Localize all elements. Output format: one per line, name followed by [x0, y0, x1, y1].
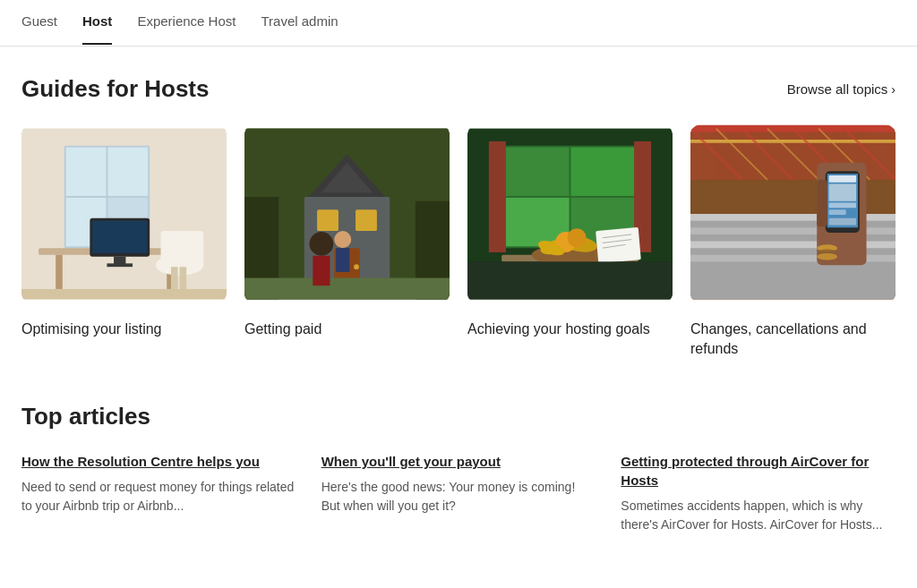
chevron-right-icon: › [891, 82, 896, 97]
nav-item-travel-admin[interactable]: Travel admin [261, 13, 338, 32]
svg-rect-40 [570, 148, 645, 196]
svg-point-35 [334, 231, 351, 248]
svg-rect-87 [817, 180, 827, 226]
articles-grid: How the Resolution Centre helps you Need… [21, 452, 896, 534]
topic-card-getting-paid[interactable]: Getting paid [244, 124, 450, 360]
topics-grid: Optimising your listing [21, 124, 896, 360]
svg-rect-82 [829, 209, 846, 215]
svg-rect-29 [356, 209, 377, 231]
svg-rect-28 [317, 209, 339, 231]
topic-image-listing [21, 124, 227, 303]
topic-label-paid: Getting paid [244, 321, 321, 337]
article-card-resolution-centre[interactable]: How the Resolution Centre helps you Need… [21, 452, 296, 534]
browse-all-topics-link[interactable]: Browse all topics › [787, 81, 896, 97]
topic-card-optimising-listing[interactable]: Optimising your listing [21, 124, 227, 360]
topic-image-hosting [467, 124, 673, 303]
svg-rect-80 [829, 184, 857, 201]
topic-card-hosting-goals[interactable]: Achieving your hosting goals [467, 124, 673, 360]
nav-item-guest[interactable]: Guest [21, 13, 57, 32]
svg-rect-4 [107, 148, 148, 196]
article-desc-resolution: Need to send or request money for things… [21, 478, 296, 516]
nav-bar: GuestHostExperience HostTravel admin [0, 0, 917, 47]
svg-rect-43 [489, 141, 506, 252]
svg-rect-79 [829, 175, 857, 183]
article-desc-payout: Here's the good news: Your money is comi… [321, 478, 596, 516]
svg-point-33 [310, 232, 334, 256]
guides-section-title: Guides for Hosts [21, 75, 209, 103]
svg-rect-17 [161, 231, 204, 267]
svg-rect-15 [171, 265, 178, 291]
article-title-aircover: Getting protected through AirCover for H… [621, 452, 896, 490]
svg-point-86 [817, 253, 837, 260]
topic-label-listing: Optimising your listing [21, 321, 162, 337]
svg-rect-3 [66, 148, 107, 196]
article-title-resolution: How the Resolution Centre helps you [21, 452, 296, 471]
topic-label-cancellations: Changes, cancellations and refunds [690, 321, 867, 356]
svg-rect-57 [467, 261, 673, 299]
svg-rect-16 [180, 265, 187, 291]
topic-image-paid [244, 124, 450, 303]
svg-rect-11 [92, 221, 147, 253]
article-title-payout: When you'll get your payout [321, 452, 596, 471]
svg-point-50 [568, 228, 587, 247]
topic-card-cancellations[interactable]: Changes, cancellations and refunds [690, 124, 896, 360]
article-card-payout[interactable]: When you'll get your payout Here's the g… [321, 452, 596, 534]
topic-image-cancellations [690, 124, 896, 303]
svg-rect-32 [244, 278, 450, 300]
svg-rect-34 [313, 256, 330, 285]
svg-rect-83 [829, 218, 857, 226]
svg-rect-81 [829, 203, 857, 209]
topic-label-hosting: Achieving your hosting goals [467, 321, 650, 337]
nav-item-host[interactable]: Host [82, 13, 112, 32]
nav-item-experience-host[interactable]: Experience Host [137, 13, 236, 32]
main-content: Guides for Hosts Browse all topics › [0, 47, 917, 570]
svg-rect-36 [336, 248, 349, 272]
svg-rect-8 [56, 255, 63, 289]
top-articles-title: Top articles [21, 403, 896, 430]
guides-section-header: Guides for Hosts Browse all topics › [21, 75, 896, 103]
article-card-aircover[interactable]: Getting protected through AirCover for H… [621, 452, 896, 534]
svg-rect-39 [495, 148, 570, 196]
article-desc-aircover: Sometimes accidents happen, which is why… [621, 497, 896, 534]
svg-point-31 [354, 264, 359, 269]
svg-rect-18 [21, 289, 227, 299]
svg-rect-13 [107, 263, 133, 267]
browse-all-label: Browse all topics [787, 81, 888, 97]
top-articles-section: Top articles How the Resolution Centre h… [21, 403, 896, 534]
